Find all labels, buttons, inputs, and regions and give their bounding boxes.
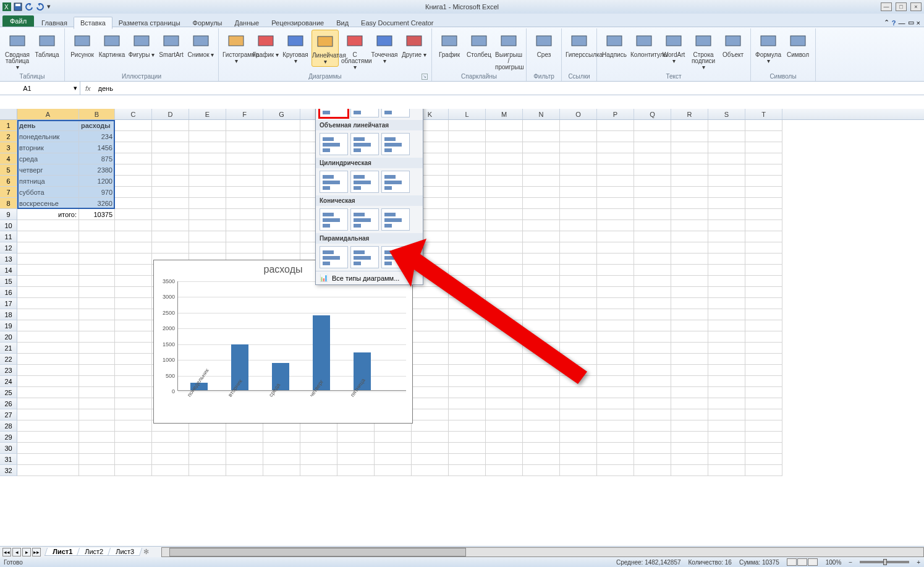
cell[interactable] bbox=[17, 420, 79, 432]
cell[interactable] bbox=[263, 131, 300, 142]
cell[interactable] bbox=[634, 131, 671, 142]
cell[interactable] bbox=[115, 354, 152, 365]
select-all-corner[interactable] bbox=[0, 109, 17, 119]
cell[interactable] bbox=[708, 465, 745, 476]
cell[interactable] bbox=[671, 209, 708, 220]
cell[interactable] bbox=[671, 409, 708, 420]
cell[interactable] bbox=[79, 298, 115, 309]
cell[interactable] bbox=[745, 265, 782, 276]
cell[interactable] bbox=[115, 387, 152, 398]
cell[interactable] bbox=[597, 287, 634, 298]
ribbon-tab-Вид[interactable]: Вид bbox=[330, 17, 355, 28]
cell[interactable] bbox=[226, 198, 263, 209]
cell[interactable] bbox=[560, 454, 597, 465]
gallery-option[interactable] bbox=[381, 133, 410, 155]
cell[interactable] bbox=[523, 409, 560, 420]
cell[interactable] bbox=[634, 153, 671, 164]
cell[interactable] bbox=[523, 343, 560, 354]
ribbon-button[interactable]: Другие ▾ bbox=[401, 30, 428, 59]
cell[interactable] bbox=[671, 365, 708, 376]
cell[interactable] bbox=[523, 265, 560, 276]
cell[interactable] bbox=[486, 287, 523, 298]
cell[interactable] bbox=[560, 254, 597, 265]
cell[interactable] bbox=[708, 398, 745, 409]
cell[interactable] bbox=[486, 209, 523, 220]
cell[interactable] bbox=[449, 365, 486, 376]
cell[interactable] bbox=[708, 420, 745, 432]
row-header[interactable]: 9 bbox=[0, 209, 17, 220]
cell[interactable] bbox=[79, 432, 115, 443]
row-header[interactable]: 24 bbox=[0, 376, 17, 387]
cell[interactable] bbox=[560, 331, 597, 343]
cell[interactable] bbox=[708, 164, 745, 176]
gallery-option[interactable] bbox=[350, 171, 379, 193]
cell[interactable] bbox=[486, 443, 523, 454]
gallery-option[interactable] bbox=[350, 133, 379, 155]
cell[interactable] bbox=[560, 209, 597, 220]
ribbon-tab-Easy Document Creator[interactable]: Easy Document Creator bbox=[355, 17, 439, 28]
ribbon-button[interactable]: Собластями ▾ bbox=[341, 30, 368, 72]
cell[interactable] bbox=[17, 298, 79, 309]
column-header[interactable]: B bbox=[79, 109, 115, 119]
gallery-option[interactable] bbox=[320, 109, 348, 117]
cell[interactable] bbox=[523, 376, 560, 387]
cell[interactable] bbox=[634, 465, 671, 476]
cell[interactable] bbox=[560, 153, 597, 164]
cell[interactable] bbox=[671, 309, 708, 320]
cell[interactable] bbox=[486, 254, 523, 265]
cell[interactable] bbox=[671, 398, 708, 409]
cell[interactable] bbox=[708, 187, 745, 198]
cell[interactable] bbox=[375, 443, 412, 454]
cell[interactable] bbox=[523, 454, 560, 465]
cell[interactable] bbox=[189, 176, 226, 187]
cell[interactable] bbox=[745, 198, 782, 209]
cell[interactable] bbox=[449, 142, 486, 153]
cell[interactable] bbox=[597, 220, 634, 231]
column-header[interactable]: S bbox=[708, 109, 745, 119]
cell[interactable] bbox=[152, 443, 189, 454]
cell[interactable] bbox=[17, 220, 79, 231]
cell[interactable] bbox=[708, 276, 745, 287]
column-header[interactable]: E bbox=[189, 109, 226, 119]
cell[interactable] bbox=[634, 365, 671, 376]
cell[interactable] bbox=[745, 164, 782, 176]
row-header[interactable]: 27 bbox=[0, 409, 17, 420]
cell[interactable] bbox=[745, 142, 782, 153]
row-header[interactable]: 22 bbox=[0, 354, 17, 365]
column-header[interactable]: F bbox=[226, 109, 263, 119]
cell[interactable] bbox=[597, 387, 634, 398]
cell[interactable] bbox=[634, 420, 671, 432]
cell[interactable] bbox=[115, 231, 152, 242]
cell[interactable] bbox=[597, 142, 634, 153]
gallery-option[interactable] bbox=[381, 246, 410, 268]
cell[interactable] bbox=[671, 254, 708, 265]
cell[interactable] bbox=[597, 409, 634, 420]
gallery-option[interactable] bbox=[381, 109, 410, 117]
cell[interactable] bbox=[671, 220, 708, 231]
cell[interactable] bbox=[486, 220, 523, 231]
cell[interactable] bbox=[300, 443, 337, 454]
ribbon-button[interactable]: Снимок ▾ bbox=[187, 30, 214, 59]
cell[interactable] bbox=[634, 164, 671, 176]
ribbon-button[interactable]: Объект bbox=[719, 30, 747, 59]
cell[interactable] bbox=[189, 209, 226, 220]
cell[interactable] bbox=[523, 254, 560, 265]
cell[interactable] bbox=[152, 131, 189, 142]
cell[interactable] bbox=[337, 465, 375, 476]
cell[interactable] bbox=[597, 120, 634, 131]
gallery-option[interactable] bbox=[381, 208, 410, 231]
cell[interactable] bbox=[745, 365, 782, 376]
column-header[interactable]: P bbox=[597, 109, 634, 119]
cell[interactable] bbox=[79, 454, 115, 465]
cell[interactable] bbox=[486, 432, 523, 443]
cell[interactable]: 1456 bbox=[79, 142, 115, 153]
cell[interactable] bbox=[449, 354, 486, 365]
cell[interactable] bbox=[634, 209, 671, 220]
close-button[interactable]: × bbox=[910, 2, 922, 11]
cell[interactable] bbox=[708, 287, 745, 298]
cell[interactable] bbox=[597, 443, 634, 454]
cell[interactable] bbox=[671, 265, 708, 276]
cell[interactable] bbox=[634, 331, 671, 343]
name-box-input[interactable] bbox=[2, 85, 52, 92]
cell[interactable] bbox=[449, 131, 486, 142]
